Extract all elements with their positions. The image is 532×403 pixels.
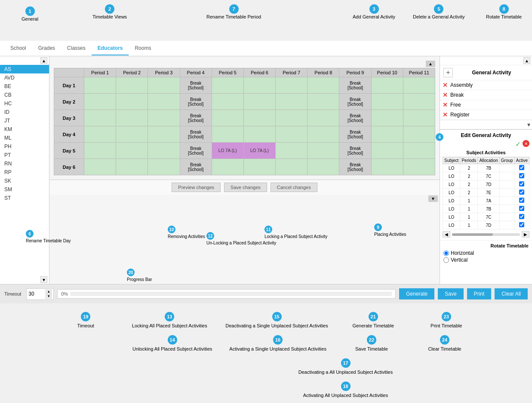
d3p9[interactable]: Break[School]: [339, 110, 371, 126]
delete-break-btn[interactable]: ✕: [443, 92, 448, 98]
header-p10[interactable]: Period 10: [371, 68, 403, 77]
day3-label[interactable]: Day 3: [54, 110, 84, 126]
sidebar-item-avd[interactable]: AVD: [0, 73, 49, 82]
sidebar-item-jt[interactable]: JT: [0, 116, 49, 125]
delete-free-btn[interactable]: ✕: [443, 101, 448, 108]
tab-educators[interactable]: Educators: [92, 42, 129, 55]
d5p2[interactable]: [116, 143, 148, 159]
day6-label[interactable]: Day 6: [54, 159, 84, 175]
scroll-right-btn[interactable]: ▶: [522, 231, 529, 238]
active-checkbox-8[interactable]: [519, 222, 524, 227]
d2p6[interactable]: [243, 94, 275, 110]
d1p7[interactable]: [276, 77, 308, 94]
d4p4[interactable]: Break[School]: [180, 126, 212, 143]
d2p3[interactable]: [148, 94, 180, 110]
header-p2[interactable]: Period 2: [116, 68, 148, 77]
delete-assembly-btn[interactable]: ✕: [443, 82, 448, 89]
tab-classes[interactable]: Classes: [61, 42, 92, 55]
d5p9[interactable]: Break[School]: [339, 143, 371, 159]
d6p1[interactable]: [84, 159, 116, 175]
save-changes-btn[interactable]: Save changes: [224, 183, 267, 192]
tab-school[interactable]: School: [4, 42, 32, 55]
d3p6[interactable]: [243, 110, 275, 126]
d6p6[interactable]: [243, 159, 275, 175]
day1-label[interactable]: Day 1: [54, 77, 84, 94]
active-checkbox-1[interactable]: [519, 165, 524, 170]
sidebar-item-be[interactable]: BE: [0, 82, 49, 91]
d3p7[interactable]: [276, 110, 308, 126]
d1p9[interactable]: Break[School]: [339, 77, 371, 94]
right-scroll-up[interactable]: ▲: [523, 57, 530, 64]
d1p10[interactable]: [371, 77, 403, 94]
cancel-edit-btn[interactable]: ✕: [523, 140, 529, 147]
print-btn[interactable]: Print: [467, 288, 492, 299]
d6p4[interactable]: Break[School]: [180, 159, 212, 175]
d1p3[interactable]: [148, 77, 180, 94]
sidebar-item-sk[interactable]: SK: [0, 177, 49, 185]
d6p10[interactable]: [371, 159, 403, 175]
d3p3[interactable]: [148, 110, 180, 126]
sidebar-item-as[interactable]: AS: [0, 65, 49, 73]
header-p7[interactable]: Period 7: [276, 68, 308, 77]
d4p10[interactable]: [371, 126, 403, 143]
sidebar-item-st[interactable]: ST: [0, 194, 49, 202]
header-p11[interactable]: Period 11: [403, 68, 435, 77]
rotate-vertical[interactable]: Vertical: [443, 257, 529, 263]
d4p3[interactable]: [148, 126, 180, 143]
active-checkbox-2[interactable]: [519, 173, 524, 178]
sidebar-item-ml[interactable]: ML: [0, 134, 49, 142]
cancel-changes-btn[interactable]: Cancel changes: [271, 183, 317, 192]
delete-register-btn[interactable]: ✕: [443, 111, 448, 118]
d3p11[interactable]: [403, 110, 435, 126]
header-p1[interactable]: Period 1: [84, 68, 116, 77]
d5p1[interactable]: [84, 143, 116, 159]
timeout-value[interactable]: [28, 291, 46, 297]
d3p10[interactable]: [371, 110, 403, 126]
d1p5[interactable]: [212, 77, 243, 94]
d5p11[interactable]: [403, 143, 435, 159]
sidebar-item-cb[interactable]: CB: [0, 91, 49, 99]
d1p6[interactable]: [243, 77, 275, 94]
rotate-horizontal-radio[interactable]: [443, 250, 449, 256]
timeout-up[interactable]: ▲: [46, 290, 52, 294]
d4p7[interactable]: [276, 126, 308, 143]
d6p7[interactable]: [276, 159, 308, 175]
d2p9[interactable]: Break[School]: [339, 94, 371, 110]
d2p1[interactable]: [84, 94, 116, 110]
d6p5[interactable]: [212, 159, 243, 175]
tab-rooms[interactable]: Rooms: [129, 42, 157, 55]
d6p8[interactable]: [308, 159, 339, 175]
header-p8[interactable]: Period 8: [308, 68, 339, 77]
d1p4[interactable]: Break[School]: [180, 77, 212, 94]
d5p5[interactable]: LO 7A (L): [212, 143, 243, 159]
header-p6[interactable]: Period 6: [243, 68, 275, 77]
d1p11[interactable]: [403, 77, 435, 94]
active-checkbox-6[interactable]: [519, 206, 524, 211]
confirm-edit-btn[interactable]: ✓: [515, 140, 521, 148]
day4-label[interactable]: Day 4: [54, 126, 84, 143]
expand-btn[interactable]: ▼: [428, 195, 438, 202]
header-p9[interactable]: Period 9: [339, 68, 371, 77]
d3p1[interactable]: [84, 110, 116, 126]
sidebar-item-sm[interactable]: SM: [0, 185, 49, 194]
sidebar-item-km[interactable]: KM: [0, 125, 49, 134]
sidebar-item-rn[interactable]: RN: [0, 159, 49, 168]
d4p6[interactable]: [243, 126, 275, 143]
d5p7[interactable]: [276, 143, 308, 159]
d4p1[interactable]: [84, 126, 116, 143]
add-general-activity-btn[interactable]: +: [443, 68, 453, 77]
d2p7[interactable]: [276, 94, 308, 110]
collapse-btn[interactable]: ▲: [426, 61, 435, 67]
d4p8[interactable]: [308, 126, 339, 143]
rotate-horizontal[interactable]: Horizontal: [443, 250, 529, 256]
d5p6[interactable]: LO 7A (L): [243, 143, 275, 159]
active-checkbox-4[interactable]: [519, 189, 524, 195]
d4p5[interactable]: [212, 126, 243, 143]
d5p4[interactable]: Break[School]: [180, 143, 212, 159]
save-btn[interactable]: Save: [438, 288, 463, 299]
d1p2[interactable]: [116, 77, 148, 94]
d6p9[interactable]: Break[School]: [339, 159, 371, 175]
header-p5[interactable]: Period 5: [212, 68, 243, 77]
d2p5[interactable]: [212, 94, 243, 110]
d2p11[interactable]: [403, 94, 435, 110]
